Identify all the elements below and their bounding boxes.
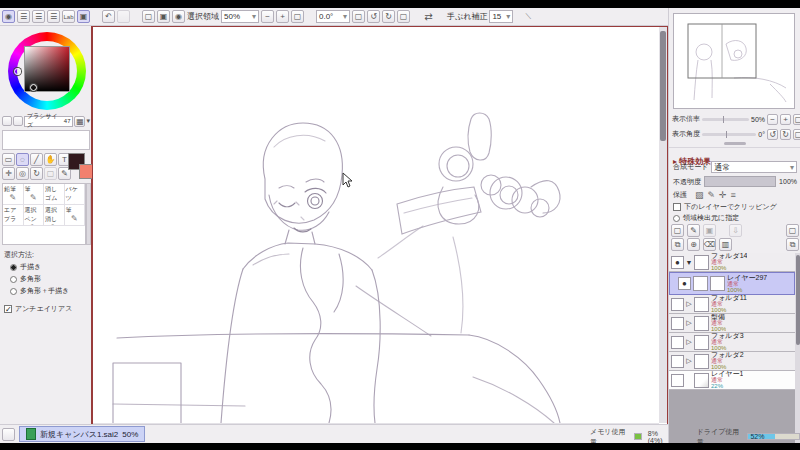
visibility-eye-icon[interactable]: ● xyxy=(678,277,691,290)
brush-size-field[interactable]: ブラシサイズ47 xyxy=(24,116,73,127)
flip-horizontal-icon[interactable]: ⇄ xyxy=(422,10,435,23)
nav-zoom-out-button[interactable]: − xyxy=(767,114,778,125)
delete-layer-icon[interactable]: ▥ xyxy=(719,238,732,251)
canvas-corner-button[interactable] xyxy=(2,428,15,441)
hsv-sliders-icon[interactable]: ☰ xyxy=(32,10,45,23)
layer-row-layer297[interactable]: ● レイヤー297 通常 100% xyxy=(669,272,795,295)
layer-row-folder2[interactable]: ● ▷ フォルダ2 通常 100% xyxy=(669,352,795,371)
panel-option-icon[interactable]: ▢ xyxy=(786,224,799,237)
antialias-checkbox[interactable]: ✓ アンチエイリアス xyxy=(4,304,90,314)
expand-arrow-icon[interactable]: ▼ xyxy=(684,259,694,266)
blend-mode-select[interactable]: 通常▾ xyxy=(711,161,797,173)
visibility-eye-icon[interactable]: ● xyxy=(671,336,684,349)
protect-alpha-icon[interactable]: ▨ xyxy=(695,190,704,200)
line-tool-icon[interactable]: ⟍ xyxy=(525,12,531,22)
redo-icon[interactable] xyxy=(117,10,130,23)
radio-polygon[interactable]: 多角形 xyxy=(10,274,90,284)
selection-tool-icon[interactable]: ▢ xyxy=(142,10,155,23)
nav-zoom-reset-button[interactable]: ▢ xyxy=(793,114,800,125)
new-folder-icon[interactable]: ⧉ xyxy=(671,238,684,251)
merge-down-icon[interactable]: ▣ xyxy=(703,224,716,237)
nav-rotate-ccw-button[interactable]: ↺ xyxy=(767,129,778,140)
nav-angle-reset-button[interactable]: ▢ xyxy=(793,129,800,140)
rgb-sliders-icon[interactable]: ☰ xyxy=(17,10,30,23)
visibility-eye-icon[interactable]: ● xyxy=(671,256,684,269)
color-wheel-icon[interactable]: ◉ xyxy=(2,10,15,23)
scratchpad[interactable] xyxy=(2,130,90,150)
nav-zoom-in-button[interactable]: + xyxy=(780,114,791,125)
sv-cursor[interactable] xyxy=(30,84,37,91)
angle-snap-button[interactable]: ▢ xyxy=(352,10,365,23)
layer-row-layer1[interactable]: ● レイヤー1 通常 22% xyxy=(669,371,795,390)
layer-scroll-thumb[interactable] xyxy=(796,255,800,345)
hand-icon[interactable]: ✋ xyxy=(44,153,57,166)
canvas[interactable] xyxy=(93,27,659,423)
line-icon[interactable]: ╱ xyxy=(30,153,43,166)
region-source-checkbox[interactable]: 領域検出元に指定 xyxy=(673,213,739,223)
layer-list-scrollbar[interactable] xyxy=(795,253,800,443)
layer-row-folder14[interactable]: ● ▼ フォルダ14 通常 100% xyxy=(669,253,795,272)
view-angle-slider[interactable] xyxy=(702,133,756,136)
brush-grid-scrollbar[interactable] xyxy=(86,183,91,245)
brush-pencil[interactable]: 鉛筆✎ xyxy=(3,184,24,205)
brush-select-eraser[interactable]: 選択消し✎ xyxy=(44,205,65,226)
stabilizer-select[interactable]: 15▾ xyxy=(489,10,513,23)
zoom-out-button[interactable]: − xyxy=(261,10,274,23)
clear-layer-icon[interactable]: ⌫ xyxy=(703,238,716,251)
layer-row-katazoe[interactable]: ● ▷ 型備 通常 100% xyxy=(669,314,795,333)
rotate-view-icon[interactable]: ↻ xyxy=(30,167,43,180)
clipping-checkbox[interactable]: 下のレイヤーでクリッピング xyxy=(673,202,777,212)
zoom-field[interactable]: 50%▾ xyxy=(221,10,259,23)
visibility-eye-icon[interactable]: ● xyxy=(671,317,684,330)
brush-brush2[interactable]: 筆✎ xyxy=(65,205,86,226)
expand-arrow-icon[interactable]: ▷ xyxy=(684,338,694,346)
rotate-ccw-button[interactable]: ↺ xyxy=(367,10,380,23)
show-selection-eye-icon[interactable]: ◉ xyxy=(172,10,185,23)
layer-row-folder11[interactable]: ● ▷ フォルダ11 通常 100% xyxy=(669,295,795,314)
zoom-reset-button[interactable]: ▢ xyxy=(291,10,304,23)
opacity-slider[interactable] xyxy=(704,176,776,187)
swatches-icon[interactable]: ▣ xyxy=(77,10,90,23)
brush-eraser[interactable]: 消しゴム▱ xyxy=(44,184,65,205)
protect-move-icon[interactable]: ✛ xyxy=(719,190,727,200)
new-layer-icon[interactable]: ▢ xyxy=(671,224,684,237)
dropdown-arrow-icon[interactable]: ▾ xyxy=(86,117,90,125)
lab-icon[interactable]: Lab xyxy=(62,10,75,23)
brush-bucket[interactable]: バケツ◆ xyxy=(65,184,86,205)
expand-arrow-icon[interactable]: ▷ xyxy=(684,357,694,365)
visibility-eye-icon[interactable]: ● xyxy=(671,374,684,387)
brush-airbrush[interactable]: エアブラシ✎ xyxy=(3,205,24,226)
radio-polygon-freehand[interactable]: 多角形＋手描き xyxy=(10,286,90,296)
copy-icon[interactable]: ⧉ xyxy=(786,238,799,251)
vertical-scroll-thumb[interactable] xyxy=(660,31,666,141)
canvas-tab[interactable]: 新規キャンバス1.sai2 50% xyxy=(19,426,145,442)
hue-cursor[interactable] xyxy=(14,68,21,75)
mixer-icon[interactable]: ☰ xyxy=(47,10,60,23)
panel-drag-handle[interactable] xyxy=(724,142,746,145)
swatch-slot2-icon[interactable] xyxy=(13,116,23,126)
shape-icon[interactable]: ▢ xyxy=(44,167,57,180)
protect-fill-icon[interactable]: ≡ xyxy=(731,190,736,200)
radio-freehand[interactable]: 手描き xyxy=(10,262,90,272)
undo-icon[interactable]: ↶ xyxy=(102,10,115,23)
duplicate-layer-icon[interactable]: ⊕ xyxy=(687,238,700,251)
canvas-vertical-scrollbar[interactable] xyxy=(659,27,667,423)
move-icon[interactable]: ✛ xyxy=(2,167,15,180)
view-zoom-slider[interactable] xyxy=(702,118,749,121)
expand-arrow-icon[interactable]: ▷ xyxy=(684,319,694,327)
navigator[interactable] xyxy=(673,13,795,109)
transfer-icon[interactable]: ⇩ xyxy=(729,224,742,237)
visibility-eye-icon[interactable]: ● xyxy=(671,298,684,311)
angle-field[interactable]: 0.0°▾ xyxy=(316,10,350,23)
picker-icon[interactable]: ▦ xyxy=(74,116,85,127)
new-linework-layer-icon[interactable]: ✎ xyxy=(687,224,700,237)
swatch-slot-icon[interactable] xyxy=(2,116,12,126)
nav-rotate-cw-button[interactable]: ↻ xyxy=(780,129,791,140)
lasso-icon[interactable]: ◌ xyxy=(16,153,29,166)
magnifier-icon[interactable]: ◎ xyxy=(16,167,29,180)
angle-reset-button[interactable]: ▢ xyxy=(397,10,410,23)
zoom-in-button[interactable]: + xyxy=(276,10,289,23)
brush-brush[interactable]: 筆✎ xyxy=(24,184,45,205)
protect-draw-icon[interactable]: ✎ xyxy=(708,190,716,200)
visibility-eye-icon[interactable]: ● xyxy=(671,355,684,368)
